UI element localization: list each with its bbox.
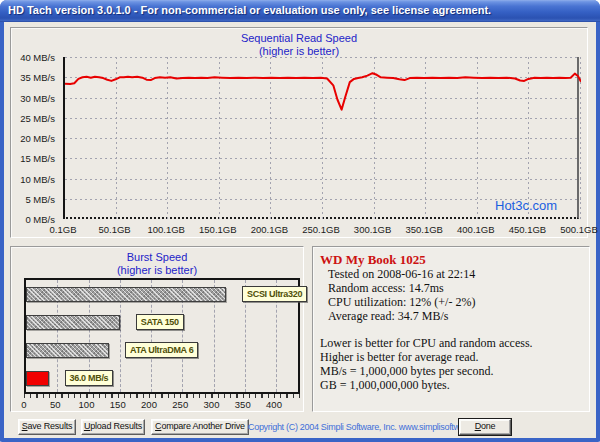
burst-bar-label: SCSI Ultra320 xyxy=(242,286,307,302)
burst-x-axis: 050100150200250300350400 xyxy=(24,399,300,411)
x-axis-tick-label: 450.1GB xyxy=(499,224,555,235)
x-axis-tick-label: 150.1GB xyxy=(190,224,246,235)
upload-results-button[interactable]: Upload Results xyxy=(81,419,145,435)
x-axis-tick-label: 400.1GB xyxy=(448,224,504,235)
x-axis-tick-label: 200 xyxy=(134,399,164,410)
burst-plot: SCSI Ultra320SATA 150ATA UltraDMA 636.0 … xyxy=(24,278,300,394)
x-axis-tick-label: 150 xyxy=(103,399,133,410)
tested-on-line: Tested on 2008-06-16 at 22:14 xyxy=(320,267,582,281)
sequential-y-axis: 40 MB/s35 MB/s30 MB/s25 MB/s20 MB/s15 MB… xyxy=(11,57,61,219)
done-button[interactable]: Done xyxy=(459,419,511,435)
cpu-utilization-line: CPU utilization: 12% (+/- 2%) xyxy=(320,295,582,309)
client-area: Sequential Read Speed (higher is better)… xyxy=(4,22,596,438)
y-axis-tick-label: 35 MB/s xyxy=(11,72,55,83)
x-axis-tick-label: 0.1GB xyxy=(35,224,91,235)
x-axis-tick-label: 350.1GB xyxy=(396,224,452,235)
x-axis-tick-label: 0 xyxy=(9,399,39,410)
done-button-frame: Done xyxy=(458,418,512,436)
y-axis-tick-label: 25 MB/s xyxy=(11,113,55,124)
title-bar[interactable]: HD Tach version 3.0.1.0 - For non-commer… xyxy=(0,0,600,22)
x-axis-tick-label: 300.1GB xyxy=(345,224,401,235)
y-axis-tick-label: 20 MB/s xyxy=(11,133,55,144)
x-axis-tick-label: 50.1GB xyxy=(87,224,143,235)
sequential-read-panel: Sequential Read Speed (higher is better)… xyxy=(10,27,588,238)
burst-speed-panel: Burst Speed (higher is better) SCSI Ultr… xyxy=(10,246,304,412)
read-speed-line xyxy=(65,73,581,109)
x-axis-tick-label: 250.1GB xyxy=(293,224,349,235)
burst-chart-title: Burst Speed xyxy=(11,247,303,264)
copyright-text: Copyright (C) 2004 Simpli Software, Inc.… xyxy=(248,422,460,432)
note-line: MB/s = 1,000,000 bytes per second. xyxy=(320,364,582,378)
burst-bar xyxy=(26,371,49,386)
save-results-button[interactable]: Save Results xyxy=(18,419,76,435)
window-title: HD Tach version 3.0.1.0 - For non-commer… xyxy=(8,4,491,16)
note-line: Lower is better for CPU and random acces… xyxy=(320,336,582,350)
note-line: GB = 1,000,000,000 bytes. xyxy=(320,378,582,392)
x-axis-tick-label: 200.1GB xyxy=(241,224,297,235)
sequential-chart-subtitle: (higher is better) xyxy=(11,45,587,57)
x-axis-tick-label: 350 xyxy=(228,399,258,410)
drive-name: WD My Book 1025 xyxy=(320,252,582,267)
compare-another-drive-button[interactable]: Compare Another Drive xyxy=(151,419,249,435)
x-axis-tick-label: 400 xyxy=(259,399,289,410)
x-axis-tick-label: 100.1GB xyxy=(138,224,194,235)
notes-block: Lower is better for CPU and random acces… xyxy=(320,336,582,392)
results-panel: WD My Book 1025 Tested on 2008-06-16 at … xyxy=(312,246,590,412)
y-axis-tick-label: 30 MB/s xyxy=(11,93,55,104)
sequential-x-axis: 0.1GB50.1GB100.1GB150.1GB200.1GB250.1GB3… xyxy=(63,224,579,238)
sequential-chart-title: Sequential Read Speed xyxy=(11,28,587,45)
burst-bar xyxy=(26,315,120,330)
burst-bar xyxy=(26,287,226,302)
sequential-plot: Hot3c.com xyxy=(63,57,579,219)
y-axis-tick-label: 40 MB/s xyxy=(11,52,55,63)
watermark-text: Hot3c.com xyxy=(495,198,557,213)
y-axis-tick-label: 5 MB/s xyxy=(11,194,55,205)
burst-axis-ticks xyxy=(24,394,300,398)
sequential-line-chart xyxy=(65,57,581,219)
x-axis-tick-label: 500.1GB xyxy=(551,224,600,235)
y-axis-tick-label: 15 MB/s xyxy=(11,153,55,164)
x-axis-tick-label: 50 xyxy=(40,399,70,410)
average-read-line: Average read: 34.7 MB/s xyxy=(320,309,582,323)
note-line: Higher is better for average read. xyxy=(320,350,582,364)
burst-bar-label: 36.0 MB/s xyxy=(65,370,114,386)
burst-chart-subtitle: (higher is better) xyxy=(11,264,303,276)
x-axis-tick-label: 300 xyxy=(197,399,227,410)
results-content: WD My Book 1025 Tested on 2008-06-16 at … xyxy=(313,247,589,411)
random-access-line: Random access: 14.7ms xyxy=(320,281,582,295)
app-window: HD Tach version 3.0.1.0 - For non-commer… xyxy=(0,0,600,442)
burst-bar xyxy=(26,343,109,358)
y-axis-tick-label: 10 MB/s xyxy=(11,174,55,185)
burst-bar-label: ATA UltraDMA 6 xyxy=(125,342,198,358)
burst-bar-label: SATA 150 xyxy=(136,314,184,330)
x-axis-tick-label: 250 xyxy=(165,399,195,410)
x-axis-tick-label: 100 xyxy=(72,399,102,410)
